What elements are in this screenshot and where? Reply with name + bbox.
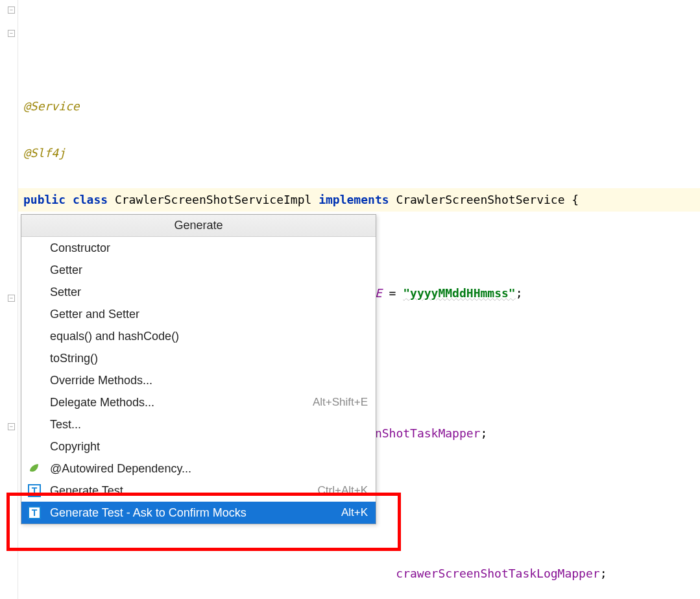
popup-item-label: @Autowired Dependency...: [50, 462, 368, 476]
popup-item-copyright[interactable]: Copyright: [21, 435, 376, 458]
popup-item-delegate-methods[interactable]: Delegate Methods...Alt+Shift+E: [21, 391, 376, 413]
interface-name: CrawlerScreenShotService: [396, 193, 564, 206]
semi: ;: [480, 426, 487, 440]
annotation: @Service: [23, 99, 80, 113]
popup-item-label: Constructor: [50, 241, 368, 255]
popup-item-override-methods[interactable]: Override Methods...: [21, 369, 376, 391]
test-icon: T: [27, 483, 42, 498]
popup-item-shortcut: Alt+Shift+E: [313, 396, 368, 409]
popup-item-generate-test-ask-to-confirm-mocks[interactable]: TGenerate Test - Ask to Confirm MocksAlt…: [21, 502, 376, 524]
popup-item-label: equals() and hashCode(): [50, 330, 368, 343]
class-name: CrawlerScreenShotServiceImpl: [115, 193, 311, 206]
popup-item-getter-and-setter[interactable]: Getter and Setter: [21, 303, 376, 325]
popup-item-label: toString(): [50, 352, 368, 365]
test-icon: T: [27, 506, 42, 520]
popup-item-getter[interactable]: Getter: [21, 259, 376, 281]
keyword: implements: [319, 193, 389, 206]
popup-list: ConstructorGetterSetterGetter and Setter…: [21, 237, 376, 524]
popup-item-label: Generate Test - Ask to Confirm Mocks: [50, 506, 341, 520]
popup-item-label: Getter and Setter: [50, 308, 368, 321]
popup-item-label: Override Methods...: [50, 374, 368, 387]
annotation: @Slf4j: [23, 146, 66, 160]
semi: ;: [600, 567, 607, 580]
popup-item-autowired-dependency[interactable]: @Autowired Dependency...: [21, 458, 376, 480]
semi: ;: [516, 286, 523, 300]
popup-item-label: Copyright: [50, 440, 368, 454]
popup-item-shortcut: Ctrl+Alt+K: [318, 484, 368, 497]
popup-item-generate-test[interactable]: TGenerate TestCtrl+Alt+K: [21, 480, 376, 502]
popup-item-constructor[interactable]: Constructor: [21, 237, 376, 259]
fold-marker[interactable]: −: [8, 30, 15, 37]
popup-item-tostring[interactable]: toString(): [21, 347, 376, 369]
fold-marker[interactable]: −: [8, 295, 15, 302]
op: =: [382, 286, 404, 300]
brace: {: [565, 193, 579, 206]
popup-item-test[interactable]: Test...: [21, 413, 376, 435]
popup-item-shortcut: Alt+K: [341, 506, 368, 519]
keyword: class: [73, 193, 108, 206]
popup-item-label: Delegate Methods...: [50, 396, 313, 410]
fold-marker[interactable]: −: [8, 423, 15, 430]
popup-title: Generate: [21, 215, 376, 237]
generate-popup: Generate ConstructorGetterSetterGetter a…: [21, 214, 376, 524]
keyword: public: [23, 193, 66, 206]
popup-item-label: Test...: [50, 418, 368, 432]
editor-gutter: − − − −: [0, 0, 18, 599]
popup-item-label: Setter: [50, 286, 368, 299]
popup-item-equals-and-hashcode[interactable]: equals() and hashCode(): [21, 325, 376, 347]
popup-item-setter[interactable]: Setter: [21, 281, 376, 303]
fold-marker[interactable]: −: [8, 6, 15, 14]
field-name: crawerScreenShotTaskLogMapper: [396, 567, 599, 580]
popup-item-label: Generate Test: [50, 484, 318, 498]
spring-leaf-icon: [27, 462, 40, 475]
string-literal: "yyyyMMddHHmmss": [403, 286, 515, 300]
popup-item-label: Getter: [50, 263, 368, 277]
